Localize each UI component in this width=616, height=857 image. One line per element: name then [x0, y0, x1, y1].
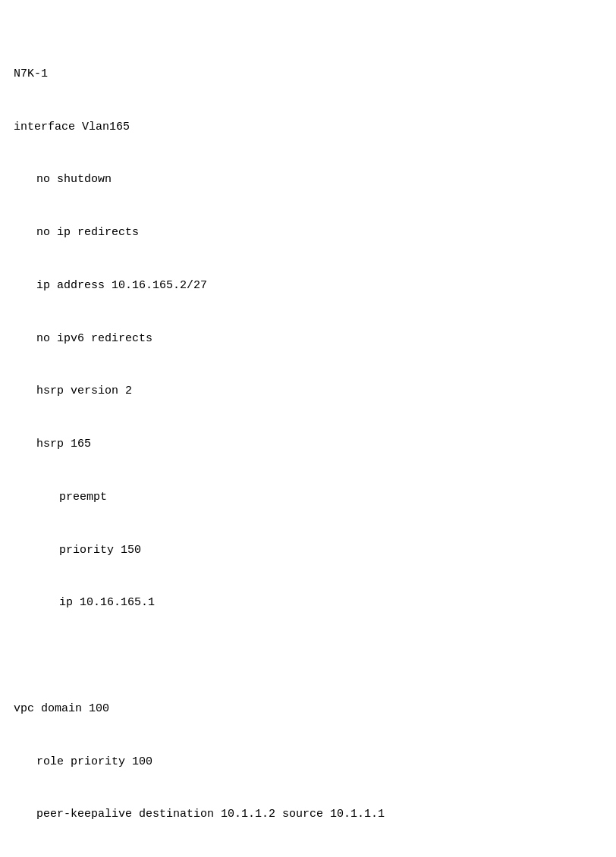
n7k1-line-4: hsrp version 2 [14, 382, 602, 400]
config-block: N7K-1 interface Vlan165 no shutdown no i… [14, 12, 602, 857]
n7k1-line-2: ip address 10.16.165.2/27 [14, 277, 602, 294]
n7k1-line-6: preempt [14, 488, 602, 506]
n7k1-line-3: no ipv6 redirects [14, 330, 602, 347]
n7k1-line-8: ip 10.16.165.1 [14, 594, 602, 611]
n7k1-label: N7K-1 [14, 65, 602, 83]
n7k1-line-7: priority 150 [14, 542, 602, 559]
n7k1-vpc-line-0: role priority 100 [14, 753, 602, 771]
n7k1-vpc-header: vpc domain 100 [14, 700, 602, 717]
blank-1 [14, 647, 602, 664]
n7k1-interface: interface Vlan165 [14, 118, 602, 136]
n7k1-line-0: no shutdown [14, 171, 602, 188]
n7k1-line-1: no ip redirects [14, 224, 602, 241]
n7k1-vpc-line-1: peer-keepalive destination 10.1.1.2 sour… [14, 805, 602, 823]
n7k1-line-5: hsrp 165 [14, 435, 602, 453]
